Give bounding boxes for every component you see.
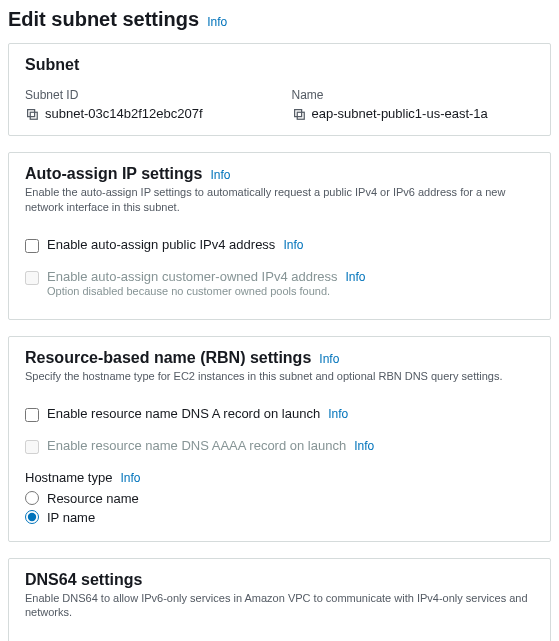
customer-owned-label: Enable auto-assign customer-owned IPv4 a… [47,269,338,284]
page-title-info-link[interactable]: Info [207,15,227,29]
customer-owned-info-link[interactable]: Info [346,270,366,284]
svg-rect-3 [297,112,304,119]
subnet-panel-title: Subnet [25,56,79,74]
hostname-type-ip-radio[interactable] [25,510,39,524]
dns-aaaa-checkbox [25,440,39,454]
auto-assign-title-text: Auto-assign IP settings [25,165,203,183]
page-title-text: Edit subnet settings [8,8,199,31]
rbn-panel: Resource-based name (RBN) settings Info … [8,336,551,542]
dns-aaaa-info-link[interactable]: Info [354,439,374,453]
hostname-type-label: Hostname type [25,470,112,485]
dns-aaaa-row: Enable resource name DNS AAAA record on … [25,430,534,462]
dns-a-checkbox[interactable] [25,408,39,422]
hostname-type-radios: Resource name IP name [25,489,534,527]
svg-rect-1 [30,112,37,119]
public-ipv4-checkbox[interactable] [25,239,39,253]
customer-owned-row: Enable auto-assign customer-owned IPv4 a… [25,261,534,305]
rbn-title-text: Resource-based name (RBN) settings [25,349,311,367]
subnet-name-value: eap-subnet-public1-us-east-1a [312,106,488,121]
dns-a-row: Enable resource name DNS A record on lau… [25,398,534,430]
subnet-name-field: Name eap-subnet-public1-us-east-1a [292,88,535,121]
hostname-type-ip-label: IP name [47,510,95,525]
customer-owned-helper: Option disabled because no customer owne… [47,285,366,297]
customer-owned-checkbox [25,271,39,285]
hostname-type-resource-label: Resource name [47,491,139,506]
hostname-type-ip-row[interactable]: IP name [25,508,534,527]
subnet-panel: Subnet Subnet ID subnet-03c14b2f12ebc207… [8,43,551,136]
subnet-name-label: Name [292,88,535,102]
rbn-info-link[interactable]: Info [319,352,339,366]
subnet-id-field: Subnet ID subnet-03c14b2f12ebc207f [25,88,268,121]
dns-aaaa-label: Enable resource name DNS AAAA record on … [47,438,346,453]
subnet-id-label: Subnet ID [25,88,268,102]
auto-assign-title: Auto-assign IP settings Info [25,165,231,183]
dns-a-info-link[interactable]: Info [328,407,348,421]
rbn-desc: Specify the hostname type for EC2 instan… [25,369,534,384]
auto-assign-panel: Auto-assign IP settings Info Enable the … [8,152,551,320]
copy-icon[interactable] [25,107,39,121]
rbn-title: Resource-based name (RBN) settings Info [25,349,339,367]
public-ipv4-label: Enable auto-assign public IPv4 address [47,237,275,252]
public-ipv4-info-link[interactable]: Info [283,238,303,252]
svg-rect-2 [294,109,301,116]
auto-assign-desc: Enable the auto-assign IP settings to au… [25,185,534,215]
svg-rect-0 [28,109,35,116]
dns64-row: Enable DNS64 Info [25,634,534,641]
page-title: Edit subnet settings Info [8,8,551,31]
hostname-type-info-link[interactable]: Info [120,471,140,485]
dns-a-label: Enable resource name DNS A record on lau… [47,406,320,421]
hostname-type-label-row: Hostname type Info [25,470,534,485]
copy-icon[interactable] [292,107,306,121]
auto-assign-info-link[interactable]: Info [211,168,231,182]
dns64-title: DNS64 settings [25,571,142,589]
public-ipv4-row: Enable auto-assign public IPv4 address I… [25,229,534,261]
subnet-id-value: subnet-03c14b2f12ebc207f [45,106,203,121]
dns64-desc: Enable DNS64 to allow IPv6-only services… [25,591,534,621]
dns64-panel: DNS64 settings Enable DNS64 to allow IPv… [8,558,551,641]
hostname-type-resource-row[interactable]: Resource name [25,489,534,508]
hostname-type-resource-radio[interactable] [25,491,39,505]
